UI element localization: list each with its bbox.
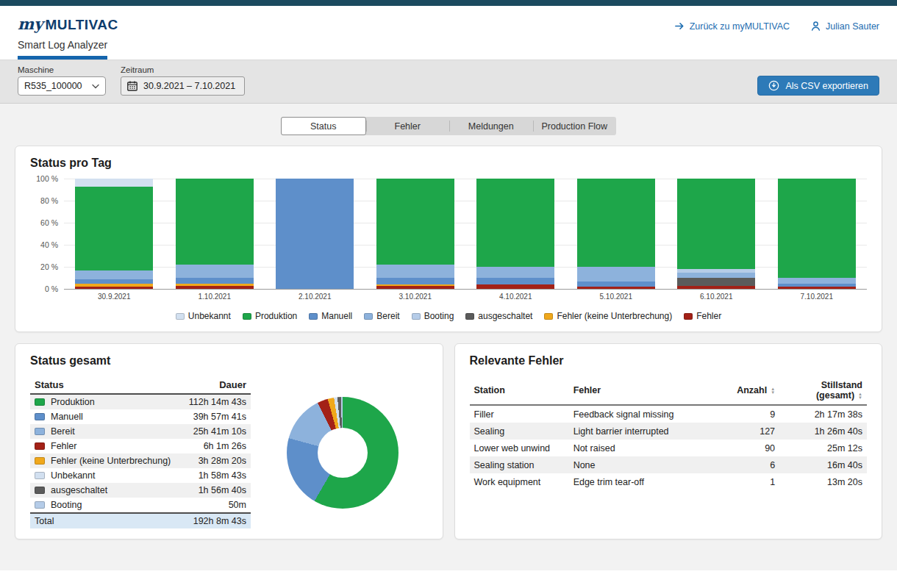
status-total-content: StatusDauerProduktion112h 14m 43sManuell…: [30, 376, 428, 528]
download-icon: [768, 80, 779, 91]
export-csv-label: Als CSV exportieren: [785, 81, 868, 91]
bar-segment-fehler: [476, 284, 554, 289]
bar-segment-fehler: [376, 286, 454, 290]
plot-area: [64, 179, 867, 289]
tab-meldungen[interactable]: Meldungen: [449, 117, 533, 135]
legend-item-bereit[interactable]: Bereit: [364, 311, 399, 321]
bar-segment-bereit: [176, 265, 254, 278]
status-row-fehler-keine-unterbrechung: Fehler (keine Unterbrechung)3h 28m 20s: [30, 453, 251, 468]
period-date-range-input[interactable]: 30.9.2021 – 7.10.2021: [121, 76, 245, 96]
bars-area: [64, 179, 867, 289]
legend-item-unbekannt[interactable]: Unbekannt: [176, 311, 231, 321]
machine-select-value: R535_100000: [24, 81, 82, 91]
x-axis-label: 6.10.2021: [666, 293, 767, 301]
status-row-manuell: Manuell39h 57m 41s: [30, 409, 251, 424]
status-color-chip: [35, 472, 45, 479]
bar-segment-produktion: [577, 179, 655, 267]
bar-segment-unbekannt: [75, 179, 153, 187]
status-row-unbekannt: Unbekannt1h 58m 43s: [30, 468, 251, 483]
y-axis-label: 40 %: [40, 240, 58, 249]
tab-production-flow[interactable]: Production Flow: [533, 117, 617, 135]
bar-segment-manuell: [577, 282, 655, 287]
y-axis-label: 20 %: [40, 262, 58, 271]
header-top-row: my MULTIVAC Zurück zu myMULTIVAC Julian …: [18, 15, 879, 33]
legend-color-chip: [176, 313, 185, 320]
error-row-sealing: SealingLight barrier interrupted1271h 26…: [470, 423, 868, 440]
bar-segment-produktion: [75, 187, 153, 270]
dauer-col-header: Dauer: [182, 376, 251, 394]
y-axis-label: 80 %: [40, 196, 58, 205]
anzahl-col-header[interactable]: Anzahl▲▼: [732, 376, 779, 405]
bar-segment-fehler: [176, 286, 254, 290]
bar-segment-bereit: [476, 267, 554, 278]
legend-item-manuell[interactable]: Manuell: [309, 311, 352, 321]
y-axis: 100 %80 %60 %40 %20 %0 %: [30, 179, 64, 289]
bar-column: [666, 179, 767, 289]
sort-icon[interactable]: ▲▼: [858, 392, 862, 400]
logo[interactable]: my MULTIVAC: [18, 15, 118, 33]
bar-segment-bereit: [75, 270, 153, 279]
x-axis-label: 5.10.2021: [566, 293, 667, 301]
chevron-down-icon: [92, 84, 99, 89]
bar-segment-fehler: [75, 287, 153, 289]
logo-brand: MULTIVAC: [45, 17, 118, 33]
donut-chart-area: [258, 376, 428, 528]
error-row-filler: FillerFeedback signal missing92h 17m 38s: [470, 405, 868, 423]
y-axis-label: 0 %: [45, 284, 58, 293]
status-color-chip: [35, 413, 45, 420]
legend-item-fehler[interactable]: Fehler: [684, 311, 721, 321]
bar-segment-manuell: [376, 278, 454, 284]
x-axis-label: 7.10.2021: [767, 293, 868, 301]
back-to-mymultivac-link[interactable]: Zurück zu myMULTIVAC: [674, 21, 790, 32]
bottom-cards-row: Status gesamt StatusDauerProduktion112h …: [15, 343, 882, 539]
stillstand-col-header[interactable]: Stillstand (gesamt)▲▼: [779, 376, 867, 405]
relevant-errors-title: Relevante Fehler: [470, 354, 868, 368]
legend-color-chip: [364, 313, 373, 320]
fehler-col-header: Fehler: [569, 376, 732, 405]
legend-color-chip: [243, 313, 251, 320]
top-brand-strip: [0, 0, 897, 6]
bar-column: [566, 179, 667, 289]
x-axis-label: 30.9.2021: [64, 293, 165, 301]
bar-segment-bereit: [577, 267, 655, 282]
status-col-header: Status: [30, 376, 182, 394]
legend-item-booting[interactable]: Booting: [412, 311, 454, 321]
sort-icon[interactable]: ▲▼: [771, 387, 775, 395]
legend-item-fehler-keine-unterbrechung[interactable]: Fehler (keine Unterbrechung): [544, 311, 672, 321]
period-value: 30.9.2021 – 7.10.2021: [143, 81, 235, 91]
machine-select[interactable]: R535_100000: [18, 76, 106, 96]
status-color-chip: [35, 428, 45, 435]
status-per-day-title: Status pro Tag: [30, 157, 867, 170]
y-axis-label: 60 %: [40, 218, 58, 227]
machine-filter-group: Maschine R535_100000: [18, 65, 106, 96]
error-row-sealing-station: Sealing stationNone616m 40s: [470, 456, 868, 473]
tab-fehler[interactable]: Fehler: [366, 117, 450, 135]
bar-segment-bereit: [778, 278, 856, 284]
bar-segment-fehler: [577, 287, 655, 289]
machine-label: Maschine: [18, 65, 106, 74]
bar-segment-manuell: [176, 278, 254, 284]
stacked-bar-7-10-2021: [778, 179, 856, 289]
export-csv-button[interactable]: Als CSV exportieren: [757, 76, 879, 96]
status-total-card: Status gesamt StatusDauerProduktion112h …: [15, 343, 443, 539]
bar-column: [365, 179, 466, 289]
bar-segment-bereit: [376, 265, 454, 278]
footer-strip: [0, 570, 897, 588]
stacked-bar-30-9-2021: [75, 179, 153, 289]
header-actions: Zurück zu myMULTIVAC Julian Sauter: [674, 21, 879, 32]
user-icon: [810, 21, 821, 32]
y-axis-label: 100 %: [36, 174, 58, 183]
tab-status[interactable]: Status: [281, 117, 366, 135]
filter-bar: Maschine R535_100000 Zeitraum 30.9.2021 …: [0, 60, 897, 104]
legend-item-ausgeschaltet[interactable]: ausgeschaltet: [465, 311, 532, 321]
x-axis: 30.9.20211.10.20212.10.20213.10.20214.10…: [64, 293, 867, 301]
bar-column: [465, 179, 566, 289]
user-menu[interactable]: Julian Sauter: [810, 21, 879, 32]
nav-tab-smart-log-analyzer[interactable]: Smart Log Analyzer: [18, 39, 107, 60]
status-row-booting: Booting50m: [30, 498, 251, 513]
bar-column: [265, 179, 365, 289]
chart-legend: UnbekanntProduktionManuellBereitBootinga…: [30, 311, 867, 321]
period-filter-group: Zeitraum 30.9.2021 – 7.10.2021: [121, 65, 245, 96]
station-col-header: Station: [470, 376, 569, 405]
legend-item-produktion[interactable]: Produktion: [243, 311, 297, 321]
